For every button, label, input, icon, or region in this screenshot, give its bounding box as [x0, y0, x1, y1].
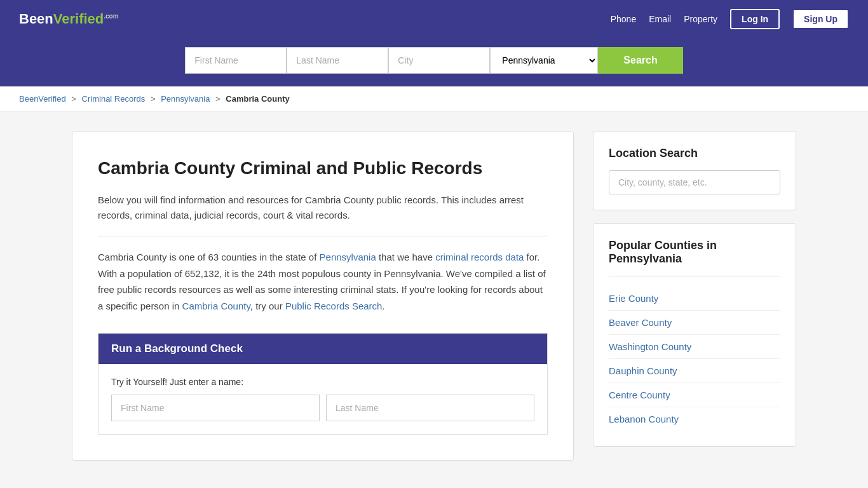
content-area: Cambria County Criminal and Public Recor… — [72, 131, 574, 461]
bg-check-lastname-input[interactable] — [326, 395, 534, 421]
list-item: Lebanon County — [609, 407, 780, 431]
county-divider — [609, 276, 780, 276]
county-link-dauphin[interactable]: Dauphin County — [609, 365, 677, 376]
nav-email[interactable]: Email — [649, 14, 671, 24]
county-link-beaver[interactable]: Beaver County — [609, 317, 672, 328]
location-search-input[interactable] — [609, 170, 780, 194]
bg-check-firstname-input[interactable] — [111, 395, 320, 421]
list-item: Centre County — [609, 383, 780, 407]
list-item: Dauphin County — [609, 359, 780, 383]
search-firstname-input[interactable] — [185, 47, 287, 74]
body-text-1: Cambria County is one of 63 counties in … — [98, 252, 316, 262]
logo-com: .com — [104, 13, 118, 20]
breadcrumb-separator-3: > — [215, 94, 220, 104]
search-lastname-input[interactable] — [287, 47, 388, 74]
intro-text: Below you will find information and reso… — [98, 193, 548, 223]
bg-check-header: Run a Background Check — [98, 334, 547, 364]
popular-counties-box: Popular Counties in Pennsylvania Erie Co… — [593, 223, 796, 447]
nav-phone[interactable]: Phone — [611, 14, 636, 24]
body-text-5: . — [382, 301, 384, 311]
header: BeenVerified.com Phone Email Property Lo… — [0, 0, 868, 38]
page-title: Cambria County Criminal and Public Recor… — [98, 157, 548, 180]
bg-check-label: Try it Yourself! Just enter a name: — [111, 377, 534, 387]
popular-counties-title: Popular Counties in Pennsylvania — [609, 239, 780, 266]
bg-check-inputs — [111, 395, 534, 421]
county-list: Erie County Beaver County Washington Cou… — [609, 287, 780, 431]
signup-button[interactable]: Sign Up — [792, 9, 849, 29]
pennsylvania-link[interactable]: Pennsylvania — [320, 252, 376, 262]
nav-property[interactable]: Property — [684, 14, 717, 24]
content-divider — [98, 236, 548, 236]
criminal-records-link[interactable]: criminal records data — [435, 252, 524, 262]
breadcrumb-separator-2: > — [151, 94, 156, 104]
breadcrumb: BeenVerified > Criminal Records > Pennsy… — [0, 86, 868, 112]
list-item: Erie County — [609, 287, 780, 311]
bg-check-body: Try it Yourself! Just enter a name: — [98, 364, 547, 434]
body-text-4: , try our — [250, 301, 283, 311]
list-item: Beaver County — [609, 311, 780, 335]
search-city-input[interactable] — [388, 47, 490, 74]
search-state-select[interactable]: Pennsylvania Alabama Alaska Arizona Arka… — [490, 47, 598, 74]
cambria-county-link[interactable]: Cambria County — [182, 301, 250, 311]
login-button[interactable]: Log In — [730, 9, 780, 29]
county-link-erie[interactable]: Erie County — [609, 293, 658, 304]
logo-been: Been — [19, 11, 53, 27]
county-link-washington[interactable]: Washington County — [609, 341, 691, 352]
search-button[interactable]: Search — [598, 47, 682, 74]
search-bar: Pennsylvania Alabama Alaska Arizona Arka… — [0, 38, 868, 86]
list-item: Washington County — [609, 335, 780, 359]
county-link-centre[interactable]: Centre County — [609, 390, 670, 400]
breadcrumb-beenverified[interactable]: BeenVerified — [19, 94, 66, 104]
logo: BeenVerified.com — [19, 11, 119, 27]
public-records-search-link[interactable]: Public Records Search — [285, 301, 383, 311]
background-check-box: Run a Background Check Try it Yourself! … — [98, 333, 548, 435]
body-text-2b: that we have — [379, 252, 433, 262]
county-link-lebanon[interactable]: Lebanon County — [609, 414, 679, 424]
breadcrumb-current: Cambria County — [226, 94, 289, 104]
header-nav: Phone Email Property Log In Sign Up — [611, 9, 849, 29]
breadcrumb-criminal-records[interactable]: Criminal Records — [82, 94, 146, 104]
breadcrumb-pennsylvania[interactable]: Pennsylvania — [161, 94, 210, 104]
body-text: Cambria County is one of 63 counties in … — [98, 249, 548, 314]
logo-verified: Verified — [53, 11, 104, 27]
main-container: Cambria County Criminal and Public Recor… — [53, 131, 815, 461]
location-search-box: Location Search — [593, 131, 796, 210]
sidebar: Location Search Popular Counties in Penn… — [593, 131, 796, 461]
breadcrumb-separator-1: > — [71, 94, 76, 104]
location-search-title: Location Search — [609, 147, 780, 160]
